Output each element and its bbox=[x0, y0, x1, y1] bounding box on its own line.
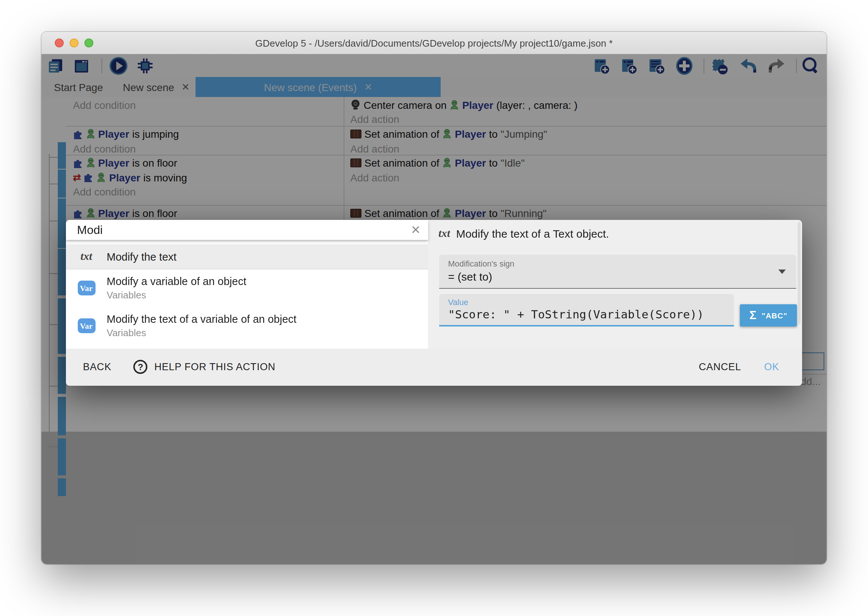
action-results-list: txtModify the textVarModify a variable o… bbox=[66, 241, 428, 348]
ok-button[interactable]: OK bbox=[764, 362, 779, 373]
abc-label: "ABC" bbox=[762, 311, 787, 320]
close-icon[interactable]: ✕ bbox=[411, 223, 421, 237]
action-search-input[interactable] bbox=[75, 223, 411, 237]
result-icon-wrap: Var bbox=[66, 318, 107, 333]
dialog-footer: BACK ? HELP FOR THIS ACTION CANCEL OK bbox=[66, 348, 802, 386]
action-title-text: Modify the text of a Text object. bbox=[456, 227, 609, 240]
result-icon-wrap: txt bbox=[66, 250, 107, 263]
results-scrollbar[interactable] bbox=[797, 222, 800, 324]
sigma-icon: Σ bbox=[750, 309, 756, 322]
action-result-item[interactable]: VarModify a variable of an objectVariabl… bbox=[66, 275, 428, 300]
result-subtitle: Variables bbox=[107, 327, 297, 338]
result-title: Modify the text bbox=[107, 251, 177, 262]
result-text: Modify the text bbox=[107, 251, 177, 262]
value-expression-input[interactable] bbox=[447, 307, 731, 322]
result-text: Modify a variable of an objectVariables bbox=[107, 275, 246, 300]
text-object-icon: txt bbox=[439, 227, 450, 240]
help-label: HELP FOR THIS ACTION bbox=[154, 362, 275, 373]
action-editor-dialog: ✕ txtModify the textVarModify a variable… bbox=[66, 220, 802, 386]
result-title: Modify a variable of an object bbox=[107, 275, 246, 287]
result-text: Modify the text of a variable of an obje… bbox=[107, 313, 297, 338]
result-icon-wrap: Var bbox=[66, 281, 107, 295]
action-result-item[interactable]: VarModify the text of a variable of an o… bbox=[66, 313, 428, 338]
result-title: Modify the text of a variable of an obje… bbox=[107, 313, 297, 325]
zoom-window-button[interactable] bbox=[85, 39, 93, 47]
modification-sign-select[interactable]: Modification's sign = (set to) bbox=[439, 254, 796, 288]
field-value: = (set to) bbox=[448, 270, 492, 283]
text-object-icon: txt bbox=[80, 250, 92, 263]
field-label: Value bbox=[448, 297, 469, 306]
cancel-button[interactable]: CANCEL bbox=[699, 362, 741, 373]
minimize-window-button[interactable] bbox=[70, 39, 79, 47]
field-label: Modification's sign bbox=[448, 259, 514, 268]
variable-icon: Var bbox=[77, 281, 95, 295]
back-button[interactable]: BACK bbox=[83, 362, 112, 373]
action-search-bar: ✕ bbox=[66, 220, 428, 240]
action-result-item[interactable]: txtModify the text bbox=[66, 244, 428, 269]
chevron-down-icon bbox=[778, 269, 786, 273]
variable-icon: Var bbox=[77, 318, 95, 333]
action-detail-title: txt Modify the text of a Text object. bbox=[439, 227, 609, 240]
gdevelop-app: GDevelop 5 - /Users/david/Documents/GDev… bbox=[0, 0, 868, 616]
value-field: Value bbox=[439, 294, 734, 326]
window-titlebar: GDevelop 5 - /Users/david/Documents/GDev… bbox=[41, 32, 827, 55]
result-subtitle: Variables bbox=[107, 289, 246, 300]
help-button[interactable]: ? HELP FOR THIS ACTION bbox=[134, 360, 275, 374]
traffic-lights bbox=[55, 32, 93, 54]
close-window-button[interactable] bbox=[55, 39, 64, 47]
open-expression-editor-button[interactable]: Σ "ABC" bbox=[740, 304, 797, 327]
window-title: GDevelop 5 - /Users/david/Documents/GDev… bbox=[255, 38, 612, 49]
help-icon: ? bbox=[134, 360, 148, 374]
